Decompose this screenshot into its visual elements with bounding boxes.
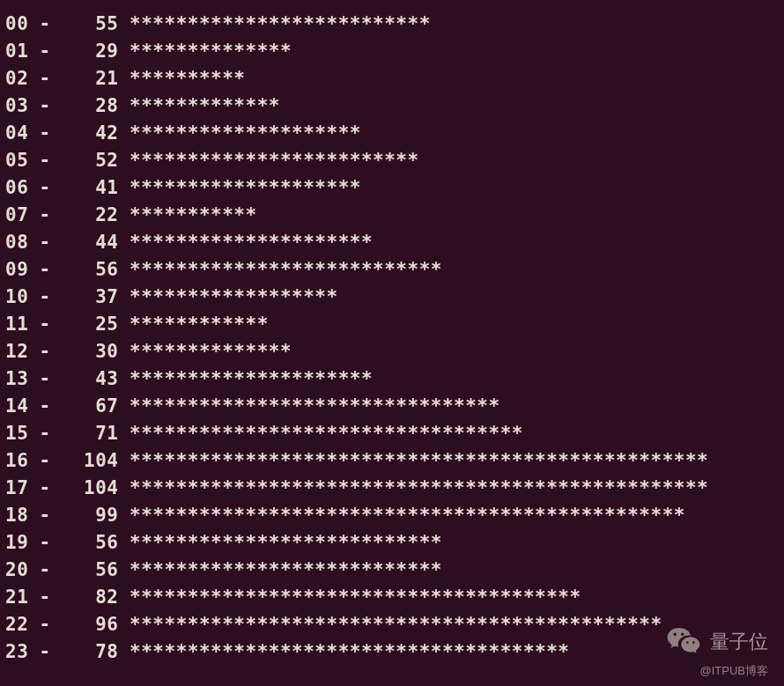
row-value: 25 (74, 311, 119, 338)
histogram-row: 07 - 22*********** (5, 202, 784, 229)
row-value: 71 (74, 420, 119, 447)
histogram-row: 18 - 99*********************************… (5, 502, 784, 529)
row-separator: - (27, 256, 74, 284)
row-separator: - (27, 147, 74, 174)
histogram-row: 17 - 104********************************… (5, 475, 784, 502)
histogram-row: 16 - 104********************************… (5, 447, 784, 475)
row-value: 67 (74, 393, 119, 420)
histogram-row: 04 - 42******************** (5, 120, 784, 147)
histogram-row: 10 - 37****************** (5, 284, 784, 311)
row-bar: ******************************** (118, 393, 499, 420)
row-index: 09 (5, 256, 27, 284)
row-index: 12 (5, 338, 27, 365)
row-bar: ******************** (118, 120, 361, 147)
row-value: 55 (74, 11, 119, 38)
row-value: 21 (74, 65, 119, 92)
histogram-row: 12 - 30************** (5, 338, 784, 365)
row-bar: ********************* (118, 365, 373, 393)
histogram-row: 01 - 29************** (5, 38, 784, 65)
row-index: 21 (5, 584, 27, 611)
histogram-row: 14 - 67******************************** (5, 393, 784, 420)
row-index: 10 (5, 284, 27, 311)
row-separator: - (27, 638, 74, 666)
row-index: 13 (5, 365, 27, 393)
row-separator: - (27, 92, 74, 120)
row-bar: ****************** (118, 284, 337, 311)
row-value: 44 (74, 229, 119, 256)
row-separator: - (27, 475, 74, 502)
row-bar: ************** (118, 38, 292, 65)
row-bar: ************************* (118, 147, 418, 174)
row-index: 04 (5, 120, 27, 147)
row-bar: ********************* (118, 229, 373, 256)
row-index: 20 (5, 557, 27, 584)
row-separator: - (27, 393, 74, 420)
row-bar: ************************************** (118, 638, 569, 666)
row-index: 01 (5, 38, 27, 65)
histogram-row: 08 - 44********************* (5, 229, 784, 256)
watermark: 量子位 (664, 623, 768, 661)
row-separator: - (27, 420, 74, 447)
row-value: 29 (74, 38, 119, 65)
row-bar: *************************** (118, 256, 442, 284)
sub-watermark: @ITPUB博客 (700, 663, 768, 679)
row-value: 43 (74, 365, 119, 393)
row-bar: ******************** (118, 174, 361, 202)
terminal-histogram: 00 - 55**************************01 - 29… (5, 11, 784, 666)
row-index: 06 (5, 174, 27, 202)
histogram-row: 19 - 56*************************** (5, 529, 784, 557)
row-bar: ************************** (118, 11, 430, 38)
histogram-row: 05 - 52************************* (5, 147, 784, 174)
histogram-row: 02 - 21********** (5, 65, 784, 92)
row-value: 104 (74, 475, 119, 502)
row-separator: - (27, 365, 74, 393)
histogram-row: 03 - 28************* (5, 92, 784, 120)
row-value: 56 (74, 557, 119, 584)
row-bar: ****************************************… (118, 611, 662, 638)
row-value: 52 (74, 147, 119, 174)
row-bar: ****************************************… (118, 447, 708, 475)
row-separator: - (27, 611, 74, 638)
row-index: 14 (5, 393, 27, 420)
row-separator: - (27, 338, 74, 365)
row-separator: - (27, 38, 74, 65)
row-separator: - (27, 447, 74, 475)
row-index: 22 (5, 611, 27, 638)
row-bar: ********************************** (118, 420, 523, 447)
row-separator: - (27, 174, 74, 202)
row-separator: - (27, 529, 74, 557)
row-value: 37 (74, 284, 119, 311)
histogram-row: 00 - 55************************** (5, 11, 784, 38)
wechat-icon (664, 623, 703, 661)
histogram-row: 20 - 56*************************** (5, 557, 784, 584)
row-index: 16 (5, 447, 27, 475)
watermark-text: 量子位 (710, 629, 768, 655)
histogram-row: 09 - 56*************************** (5, 256, 784, 284)
histogram-row: 21 - 82*********************************… (5, 584, 784, 611)
row-separator: - (27, 557, 74, 584)
row-bar: ****************************************… (118, 475, 708, 502)
row-separator: - (27, 284, 74, 311)
row-separator: - (27, 120, 74, 147)
row-value: 104 (74, 447, 119, 475)
row-value: 96 (74, 611, 119, 638)
histogram-row: 15 - 71*********************************… (5, 420, 784, 447)
histogram-row: 11 - 25************ (5, 311, 784, 338)
row-index: 11 (5, 311, 27, 338)
histogram-row: 06 - 41******************** (5, 174, 784, 202)
row-value: 56 (74, 529, 119, 557)
row-index: 07 (5, 202, 27, 229)
row-separator: - (27, 311, 74, 338)
row-bar: ************** (118, 338, 292, 365)
row-value: 56 (74, 256, 119, 284)
row-value: 78 (74, 638, 119, 666)
row-bar: ****************************************… (118, 502, 685, 529)
row-separator: - (27, 584, 74, 611)
row-index: 00 (5, 11, 27, 38)
row-index: 18 (5, 502, 27, 529)
row-index: 17 (5, 475, 27, 502)
row-bar: *************************** (118, 529, 442, 557)
histogram-row: 13 - 43********************* (5, 365, 784, 393)
row-value: 42 (74, 120, 119, 147)
row-bar: ************* (118, 92, 280, 120)
